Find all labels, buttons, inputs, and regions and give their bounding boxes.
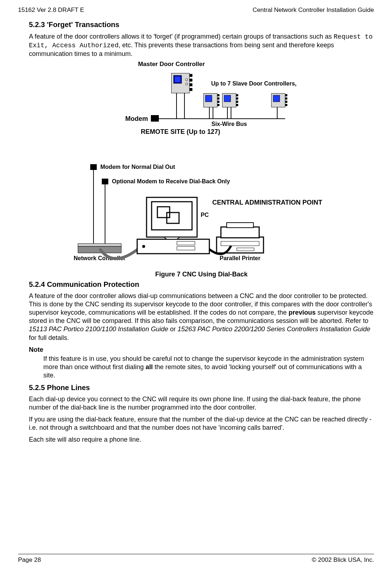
page: 15162 Ver 2.8 DRAFT E Central Network Co…: [0, 0, 392, 573]
heading-524: 5.2.4 Communication Protection: [29, 280, 374, 289]
label-cap: CENTRAL ADMINISTRATION POINT: [212, 199, 322, 206]
figure-7-caption: Figure 7 CNC Using Dial-Back: [29, 270, 374, 279]
svg-rect-23: [285, 94, 287, 96]
svg-marker-49: [164, 237, 180, 239]
network-controller-icon: [78, 244, 121, 253]
label-printer: Parallel Printer: [220, 255, 261, 261]
page-header: 15162 Ver 2.8 DRAFT E Central Network Co…: [18, 6, 374, 14]
para-525-2: If you are using the dial-back feature, …: [29, 415, 374, 432]
svg-rect-11: [217, 94, 219, 96]
pc-icon: [137, 197, 209, 254]
header-left: 15162 Ver 2.8 DRAFT E: [18, 6, 84, 14]
upper-wiring: [155, 93, 285, 119]
svg-rect-5: [190, 83, 192, 86]
svg-rect-14: [217, 104, 219, 106]
svg-rect-2: [175, 76, 180, 82]
svg-rect-22: [273, 95, 280, 102]
label-pc: PC: [201, 212, 209, 218]
footer-left: Page 28: [18, 556, 41, 564]
master-controller-icon: [171, 73, 192, 93]
svg-rect-4: [190, 79, 192, 82]
svg-rect-24: [285, 97, 287, 100]
svg-rect-19: [236, 101, 238, 103]
svg-rect-50: [217, 237, 263, 253]
label-sixwire: Six-Wire Bus: [212, 121, 247, 127]
para-525-3: Each site will also require a phone line…: [29, 436, 374, 444]
slave-controller-icon: [204, 93, 287, 107]
para-523: A feature of the door controllers allows…: [29, 32, 374, 58]
figure-7-svg: Master Door Controller Up to 7 Slave Doo…: [29, 62, 375, 267]
svg-rect-6: [190, 88, 192, 91]
printer-icon: [217, 223, 263, 253]
svg-point-7: [186, 79, 188, 81]
label-modem-dialback: Optional Modem to Receive Dial-Back Only: [112, 178, 230, 184]
heading-523: 5.2.3 'Forget' Transactions: [29, 20, 374, 30]
svg-point-8: [186, 83, 188, 85]
label-slave: Up to 7 Slave Door Controllers,: [211, 80, 296, 87]
modem-icon: [151, 115, 159, 122]
svg-rect-20: [236, 104, 238, 106]
svg-rect-13: [217, 101, 219, 103]
label-modem: Modem: [125, 115, 148, 122]
label-modem-dialout: Modem for Normal Dial Out: [100, 164, 175, 170]
header-right: Central Network Controller Installation …: [253, 6, 374, 14]
svg-rect-10: [205, 95, 212, 102]
modem-dialout-icon: [90, 164, 97, 170]
svg-rect-3: [190, 74, 192, 77]
para-525-1: Each dial-up device you connect to the C…: [29, 395, 374, 412]
para-524: A feature of the door controller allows …: [29, 292, 374, 342]
svg-rect-51: [221, 227, 259, 238]
body-column: 5.2.3 'Forget' Transactions A feature of…: [29, 20, 374, 444]
label-remote-site: REMOTE SITE (Up to 127): [141, 128, 220, 135]
page-footer: Page 28 © 2002 Blick USA, Inc.: [18, 556, 374, 564]
svg-rect-26: [285, 104, 287, 106]
modem-dialback-icon: [102, 179, 108, 184]
note-label: Note: [29, 346, 374, 354]
label-master-door: Master Door Controller: [138, 62, 205, 67]
svg-rect-39: [78, 244, 121, 246]
svg-rect-45: [137, 239, 209, 254]
note-body: If this feature is in use, you should be…: [43, 355, 374, 380]
svg-rect-18: [236, 97, 238, 100]
svg-rect-12: [217, 97, 219, 100]
svg-rect-16: [224, 95, 231, 102]
heading-525: 5.2.5 Phone Lines: [29, 383, 374, 393]
svg-rect-25: [285, 101, 287, 103]
figure-7-diagram: Master Door Controller Up to 7 Slave Doo…: [29, 62, 374, 279]
footer-rule: [18, 554, 374, 554]
svg-rect-17: [236, 94, 238, 96]
svg-point-48: [142, 245, 145, 248]
footer-right: © 2002 Blick USA, Inc.: [312, 556, 374, 564]
svg-rect-52: [227, 223, 253, 228]
